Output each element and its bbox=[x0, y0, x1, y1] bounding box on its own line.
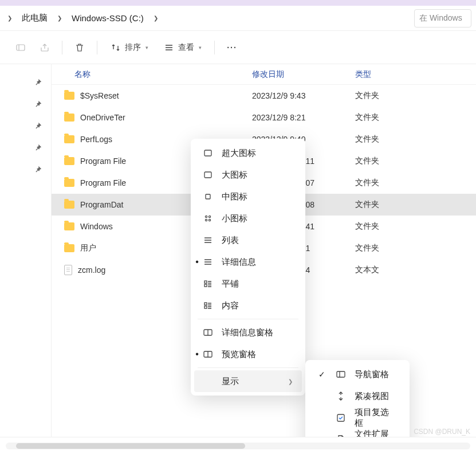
rename-icon bbox=[15, 42, 26, 53]
horizontal-scrollbar[interactable] bbox=[6, 443, 470, 449]
menu-item-show[interactable]: 显示 ❯ bbox=[194, 370, 302, 392]
breadcrumb-item[interactable]: 此电脑 bbox=[17, 10, 52, 26]
chevron-right-icon[interactable]: ❯ bbox=[54, 15, 65, 21]
svg-point-6 bbox=[205, 219, 207, 221]
file-name: Program File bbox=[80, 156, 126, 166]
sort-button[interactable]: 排序▾ bbox=[104, 37, 154, 58]
view-label: 查看 bbox=[178, 42, 194, 53]
col-name-header[interactable]: 名称 bbox=[52, 69, 252, 80]
folder-icon bbox=[64, 201, 74, 209]
quick-access-item[interactable] bbox=[0, 115, 51, 136]
share-icon bbox=[39, 42, 50, 53]
folder-icon bbox=[64, 157, 74, 165]
menu-item[interactable]: ✓文件扩展名 bbox=[309, 429, 406, 437]
menu-item[interactable]: 列表 bbox=[194, 229, 302, 251]
menu-item[interactable]: ✓导航窗格 bbox=[309, 363, 406, 385]
menu-item[interactable]: 大图标 bbox=[194, 164, 302, 186]
window-edge bbox=[0, 0, 476, 6]
status-bar bbox=[0, 437, 476, 454]
check-icon: ✓ bbox=[317, 370, 327, 379]
menu-item[interactable]: 项目复选框 bbox=[309, 407, 406, 429]
menu-item[interactable]: •预览窗格 bbox=[194, 343, 302, 365]
file-icon bbox=[64, 265, 72, 275]
rename-button bbox=[10, 37, 31, 58]
more-button[interactable]: ··· bbox=[222, 37, 242, 58]
sort-icon bbox=[110, 42, 121, 53]
menu-item-label: 中图标 bbox=[222, 191, 247, 202]
table-row[interactable]: $SysReset2023/12/9 9:43文件夹 bbox=[52, 85, 476, 107]
menu-item-label: 列表 bbox=[222, 235, 239, 246]
menu-item-label: 显示 bbox=[222, 376, 239, 387]
lines-icon bbox=[202, 257, 214, 267]
show-submenu: ✓导航窗格紧凑视图项目复选框✓文件扩展名✓隐藏的项目 bbox=[305, 360, 410, 437]
file-type: 文件夹 bbox=[355, 243, 424, 253]
menu-item-label: 导航窗格 bbox=[355, 369, 389, 380]
folder-icon bbox=[64, 179, 74, 187]
menu-separator bbox=[198, 319, 298, 319]
bullet-icon: • bbox=[193, 349, 201, 359]
table-row[interactable]: OneDriveTer2023/12/9 8:21文件夹 bbox=[52, 107, 476, 128]
scrollbar-thumb[interactable] bbox=[16, 443, 245, 449]
col-date-header[interactable]: 修改日期 bbox=[252, 69, 355, 80]
view-menu: 超大图标大图标中图标小图标列表•详细信息平铺内容详细信息窗格•预览窗格 显示 ❯ bbox=[191, 139, 305, 396]
menu-item[interactable]: •详细信息 bbox=[194, 251, 302, 273]
tiles-icon bbox=[202, 279, 214, 289]
file-type: 文件夹 bbox=[355, 221, 424, 232]
chevron-down-icon: ▾ bbox=[145, 45, 148, 50]
file-date: 2023/12/9 8:21 bbox=[252, 113, 355, 122]
delete-button[interactable] bbox=[69, 37, 90, 58]
file-name: zcm.log bbox=[78, 265, 105, 275]
square-icon bbox=[202, 191, 214, 202]
svg-rect-1 bbox=[204, 150, 211, 156]
file-name: PerfLogs bbox=[80, 135, 112, 144]
file-name: $SysReset bbox=[80, 91, 119, 100]
menu-item[interactable]: 详细信息窗格 bbox=[194, 322, 302, 343]
svg-rect-14 bbox=[337, 371, 345, 377]
pin-icon bbox=[34, 144, 42, 151]
quick-access-item[interactable] bbox=[0, 93, 51, 115]
quick-access-item[interactable] bbox=[0, 71, 51, 93]
rect-icon bbox=[202, 170, 214, 180]
quick-access-item[interactable] bbox=[0, 158, 51, 180]
menu-item[interactable]: 超大图标 bbox=[194, 142, 302, 164]
pin-icon bbox=[34, 100, 42, 108]
tiles-icon bbox=[202, 300, 214, 311]
svg-rect-11 bbox=[204, 306, 207, 308]
file-name: Program File bbox=[80, 178, 126, 187]
folder-icon bbox=[64, 92, 74, 100]
menu-item-label: 预览窗格 bbox=[222, 349, 256, 360]
separator bbox=[62, 41, 62, 54]
menu-item[interactable]: 紧凑视图 bbox=[309, 385, 406, 407]
file-type: 文件夹 bbox=[355, 112, 424, 123]
sort-label: 排序 bbox=[125, 42, 141, 53]
folder-icon bbox=[64, 244, 74, 252]
menu-item[interactable]: 内容 bbox=[194, 295, 302, 316]
menu-item-label: 小图标 bbox=[222, 213, 247, 224]
file-type: 文件夹 bbox=[355, 178, 424, 188]
folder-icon bbox=[64, 135, 74, 143]
col-type-header[interactable]: 类型 bbox=[355, 69, 424, 80]
file-type: 文件夹 bbox=[355, 91, 424, 101]
svg-rect-9 bbox=[204, 284, 207, 287]
toolbar: 排序▾ 查看▾ ··· bbox=[0, 31, 476, 64]
view-button[interactable]: 查看▾ bbox=[158, 37, 207, 58]
menu-item-label: 项目复选框 bbox=[355, 407, 397, 429]
menu-item[interactable]: 平铺 bbox=[194, 273, 302, 295]
menu-item[interactable]: 中图标 bbox=[194, 186, 302, 208]
trash-icon bbox=[74, 42, 85, 53]
pin-icon bbox=[34, 122, 42, 130]
column-headers: 名称 修改日期 类型 bbox=[52, 64, 476, 85]
svg-rect-15 bbox=[337, 414, 344, 421]
panel-icon bbox=[202, 349, 214, 359]
file-name: 用户 bbox=[80, 243, 96, 253]
svg-point-5 bbox=[209, 216, 210, 217]
menu-separator bbox=[198, 367, 298, 368]
file-name: ProgramDat bbox=[80, 200, 123, 209]
breadcrumb-item[interactable]: Windows-SSD (C:) bbox=[67, 11, 148, 25]
menu-item[interactable]: 小图标 bbox=[194, 208, 302, 229]
quick-access-item[interactable] bbox=[0, 136, 51, 158]
file-type: 文件夹 bbox=[355, 199, 424, 210]
search-input[interactable]: 在 Windows bbox=[414, 9, 471, 28]
chevron-right-icon[interactable]: ❯ bbox=[5, 15, 15, 21]
chevron-right-icon[interactable]: ❯ bbox=[151, 15, 161, 21]
